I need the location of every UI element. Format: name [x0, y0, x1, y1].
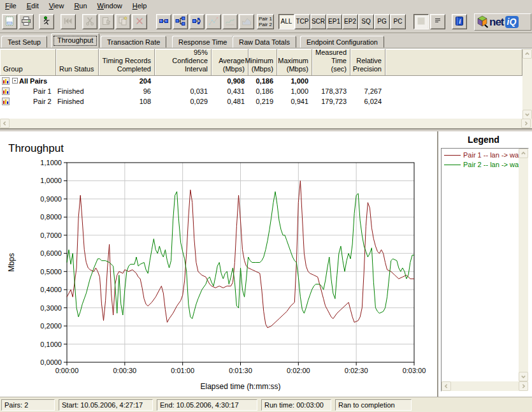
column-header-run-status[interactable]: Run Status: [56, 49, 99, 76]
column-header-average[interactable]: Average (Mbps): [212, 49, 248, 76]
cut-button[interactable]: [82, 14, 97, 29]
cell-minimum: 0,186: [248, 76, 277, 86]
delete-button[interactable]: [132, 14, 147, 29]
column-header-95-confidence[interactable]: 95% Confidence Interval: [155, 49, 212, 76]
cell-group: Pair 2: [0, 96, 56, 107]
legend-item-2[interactable]: Pair 2 -- lan -> wan: [442, 160, 528, 170]
cell-measured: [312, 76, 350, 86]
column-header-maximum[interactable]: Maximum (Mbps): [277, 49, 312, 76]
legend-item-1[interactable]: Pair 1 -- lan -> wan: [442, 149, 528, 160]
table-scroll-down-button[interactable]: [522, 110, 532, 119]
legend-scroll-up-button[interactable]: [519, 149, 528, 158]
table-row-pair-2[interactable]: Pair 2Finished1080,0290,4810,2190,941179…: [0, 96, 522, 107]
filter-pc-button[interactable]: PC: [390, 14, 406, 29]
column-header-measured[interactable]: Measured Time (sec): [312, 49, 350, 76]
menu-edit[interactable]: Edit: [22, 1, 44, 11]
rewind-button[interactable]: [61, 14, 76, 29]
add-multicast-group-button[interactable]: [173, 14, 188, 29]
logo-iq-text: iQ: [505, 16, 519, 28]
cell-maximum: 0,941: [277, 96, 312, 107]
chart-area-button[interactable]: [239, 14, 254, 29]
tab-endpoint-configuration[interactable]: Endpoint Configuration: [300, 36, 384, 48]
table-vertical-scrollbar[interactable]: [522, 49, 532, 119]
table-horizontal-scrollbar[interactable]: [0, 119, 532, 128]
pair-link-icon: [159, 16, 169, 28]
menu-window[interactable]: Window: [92, 1, 127, 11]
paste-button[interactable]: [99, 14, 114, 29]
chart-line-button[interactable]: [222, 14, 238, 29]
column-header-timing-records[interactable]: Timing Records Completed: [99, 49, 155, 76]
svg-text:0,7000: 0,7000: [40, 232, 62, 239]
column-header-filler: [385, 49, 522, 76]
pair-view-button[interactable]: Pair 1Pair 2: [257, 14, 274, 29]
toolbar: Pair 1Pair 2ALLTCPSCREP1EP2SQPGPCinetiQ: [0, 12, 532, 33]
table-scroll-up-button[interactable]: [522, 49, 532, 59]
printer-icon: [21, 16, 31, 28]
tab-transaction-rate[interactable]: Transaction Rate: [101, 36, 166, 48]
chart-title: Throughput: [8, 142, 64, 154]
svg-text:0:00:00: 0:00:00: [55, 367, 79, 374]
tab-response-time[interactable]: Response Time: [172, 36, 233, 48]
tab-throughput[interactable]: Throughput: [51, 33, 99, 48]
filter-all-button[interactable]: ALL: [278, 14, 294, 29]
svg-text:0,4000: 0,4000: [40, 286, 62, 293]
filter-pg-button[interactable]: PG: [374, 14, 390, 29]
paste-icon: [101, 16, 111, 28]
svg-text:0:01:30: 0:01:30: [229, 367, 252, 374]
cell-average: 0,481: [212, 96, 248, 107]
text-lines-button[interactable]: [430, 14, 445, 29]
table-scroll-left-button[interactable]: [0, 119, 10, 128]
svg-text:0,8000: 0,8000: [40, 213, 62, 221]
svg-text:0:02:00: 0:02:00: [287, 367, 310, 374]
table-scroll-right-button[interactable]: [521, 119, 531, 128]
rewind-icon: [63, 16, 73, 28]
column-header-minimum[interactable]: Minimum (Mbps): [248, 49, 277, 76]
svg-text:0:00:30: 0:00:30: [113, 367, 136, 374]
menu-help[interactable]: Help: [127, 1, 152, 11]
table-row-all-pairs[interactable]: -All Pairs2040,9080,1861,000: [0, 76, 522, 86]
add-voip-pair-button[interactable]: [189, 14, 205, 29]
run-test-button[interactable]: [39, 14, 54, 29]
help-info-button[interactable]: i: [452, 14, 467, 29]
legend-item-label: Pair 2 -- lan -> wan: [463, 161, 522, 168]
chart-scatter-button[interactable]: [206, 14, 221, 29]
cell-group: All Pairs: [0, 76, 56, 86]
cell-precision: 7,267: [350, 86, 385, 96]
filter-tcp-button[interactable]: TCP: [294, 14, 310, 29]
scissors-icon: [85, 16, 95, 28]
legend-scroll-down-button[interactable]: [519, 372, 528, 381]
legend-item-label: Pair 1 -- lan -> wan: [463, 151, 522, 159]
menu-file[interactable]: File: [0, 1, 22, 11]
tab-raw-data-totals[interactable]: Raw Data Totals: [233, 36, 296, 48]
column-header-relative[interactable]: Relative Precision: [350, 49, 385, 76]
legend-scroll-left-button[interactable]: [442, 381, 451, 391]
column-header-group[interactable]: Group: [0, 49, 56, 76]
table-row-pair-1[interactable]: Pair 1Finished960,0310,4310,1861,000178,…: [0, 86, 522, 96]
throughput-chart: Throughput1,10001,00000,90000,80000,7000…: [0, 131, 437, 397]
legend-vertical-scrollbar[interactable]: [519, 149, 528, 381]
dither-pattern-button[interactable]: [413, 14, 429, 29]
filter-ep2-button[interactable]: EP2: [342, 14, 358, 29]
status-panel-pairs-count: Pairs: 2: [1, 399, 55, 411]
copy-button[interactable]: [115, 14, 131, 29]
legend-horizontal-scrollbar[interactable]: [442, 381, 528, 391]
menu-run[interactable]: Run: [69, 1, 92, 11]
add-pair-button[interactable]: [156, 14, 171, 29]
print-button[interactable]: [18, 14, 34, 29]
lines-icon: [433, 16, 443, 28]
tab-test-setup[interactable]: Test Setup: [1, 36, 47, 48]
status-panel-start-time: Start: 10.05.2006, 4:27:17: [59, 399, 153, 411]
menu-view[interactable]: View: [44, 1, 69, 11]
legend-scroll-right-button[interactable]: [519, 381, 528, 391]
cell-timing: 108: [99, 96, 155, 107]
tab-strip: Test SetupThroughputTransaction RateResp…: [0, 33, 532, 48]
filter-sq-button[interactable]: SQ: [358, 14, 374, 29]
cell-average: 0,431: [212, 86, 248, 96]
cell-timing: 96: [99, 86, 155, 96]
doc-icon: [4, 16, 15, 28]
filter-ep1-button[interactable]: EP1: [326, 14, 342, 29]
cell-precision: [350, 76, 385, 86]
new-test-button[interactable]: [2, 14, 17, 29]
svg-text:i: i: [459, 18, 461, 25]
filter-scr-button[interactable]: SCR: [310, 14, 326, 29]
